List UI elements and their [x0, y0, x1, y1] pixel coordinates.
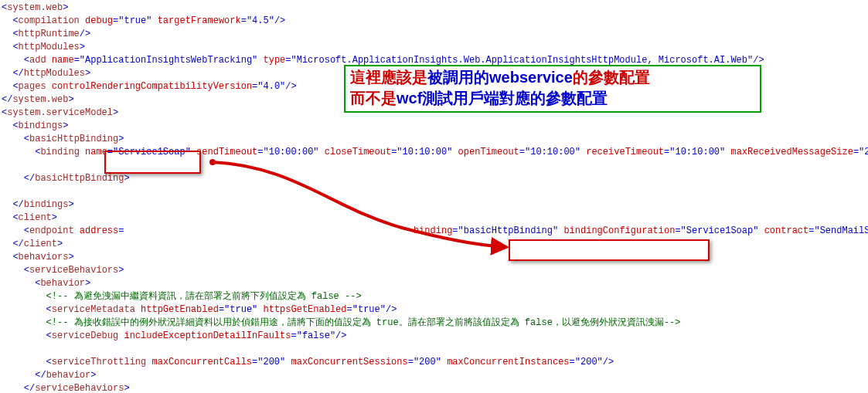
code-line [2, 185, 868, 198]
code-line [2, 159, 868, 172]
code-line: <behavior> [2, 277, 868, 290]
code-line: </client> [2, 238, 868, 251]
code-line: <!-- 為避免洩漏中繼資料資訊，請在部署之前將下列值設定為 false --> [2, 290, 868, 303]
code-line: <serviceMetadata httpGetEnabled="true" h… [2, 303, 868, 317]
code-line: <serviceBehaviors> [2, 264, 868, 277]
code-line: </bindings> [2, 198, 868, 212]
code-line: <httpModules> [2, 41, 868, 54]
code-line: <compilation debug="true" targetFramewor… [2, 15, 868, 28]
code-line: <client> [2, 212, 868, 225]
code-line: <httpRuntime/> [2, 28, 868, 41]
note-text: 這裡應該是 [350, 69, 427, 86]
note-text: 被調用的 [427, 69, 489, 86]
code-line: <binding name="Service1Soap" sendTimeout… [2, 146, 868, 159]
code-line: <endpoint address= binding="basicHttpBin… [2, 225, 868, 238]
code-line [2, 343, 868, 356]
note-text: wcf [397, 90, 422, 107]
code-line: <bindings> [2, 120, 868, 133]
code-line: <serviceThrottling maxConcurrentCalls="2… [2, 356, 868, 369]
code-line: <basicHttpBinding> [2, 133, 868, 146]
note-text: 而不是 [350, 90, 397, 107]
code-line: <!-- 為接收錯誤中的例外狀況詳細資料以用於偵錯用途，請將下面的值設定為 tr… [2, 317, 868, 330]
code-line: </behavior> [2, 369, 868, 382]
annotation-note: 這裡應該是被調用的webservice的參數配置 而不是wcf測試用戶端對應的參… [344, 65, 761, 113]
note-text: webservice [489, 69, 573, 86]
note-text: 的參數配置 [573, 69, 650, 86]
note-text: 測試用戶端對應的參數配置 [422, 90, 608, 107]
code-line: </serviceBehaviors> [2, 382, 868, 393]
code-line: <serviceDebug includeExceptionDetailInFa… [2, 330, 868, 343]
code-line: </basicHttpBinding> [2, 172, 868, 185]
code-block: <system.web> <compilation debug="true" t… [0, 0, 868, 393]
code-line: <behaviors> [2, 251, 868, 264]
code-line: <system.web> [2, 2, 868, 15]
